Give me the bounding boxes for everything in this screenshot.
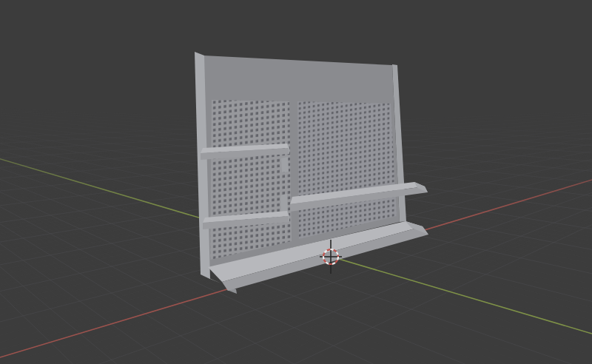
viewport-3d[interactable]	[0, 0, 592, 364]
viewport-canvas[interactable]	[0, 0, 592, 364]
pegboard-perforation-left[interactable]	[210, 100, 292, 260]
pegboard-perforation-right[interactable]	[297, 101, 397, 239]
shelf-bracket-upper[interactable]	[281, 157, 289, 172]
